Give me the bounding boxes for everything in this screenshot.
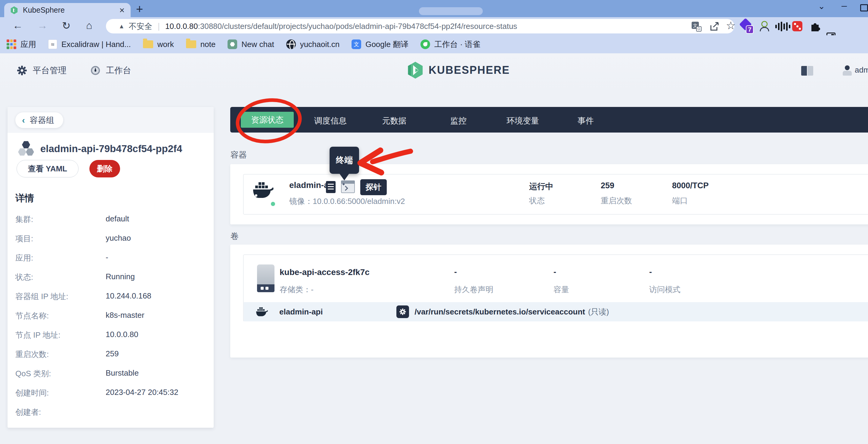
container-logs-icon[interactable] bbox=[326, 181, 336, 193]
delete-button[interactable]: 删除 bbox=[89, 160, 120, 177]
pvc-label: 持久卷声明 bbox=[454, 284, 493, 295]
probe-badge[interactable]: 探针 bbox=[360, 179, 387, 195]
terminal-tooltip: 终端 bbox=[330, 147, 359, 174]
tab-metadata[interactable]: 元数据 bbox=[382, 115, 407, 126]
url-divider: | bbox=[158, 21, 160, 31]
docker-icon bbox=[252, 182, 274, 199]
view-yaml-button[interactable]: 查看 YAML bbox=[17, 160, 79, 177]
bookmark-excalidraw[interactable]: ≋ Excalidraw | Hand... bbox=[48, 39, 131, 49]
translate-icon[interactable]: 文G bbox=[691, 21, 702, 32]
tab-env-variables[interactable]: 环境变量 bbox=[506, 115, 539, 126]
titlebar-pill bbox=[419, 7, 483, 15]
bookmark-google-translate[interactable]: 文 Google 翻译 bbox=[351, 39, 408, 50]
tab-search-chevron-icon[interactable]: ⌄ bbox=[818, 1, 825, 11]
terminal-icon[interactable] bbox=[341, 180, 355, 193]
container-status-value: 运行中 bbox=[529, 181, 554, 192]
detail-row-pod-ip: 容器组 IP 地址:10.244.0.168 bbox=[16, 291, 208, 310]
image-value: 10.0.0.66:5000/eladmin:v2 bbox=[313, 197, 405, 206]
security-label: 不安全 bbox=[129, 21, 152, 32]
image-label: 镜像： bbox=[289, 197, 313, 206]
username[interactable]: admin bbox=[855, 65, 868, 75]
detail-row-node-ip: 节点 IP 地址:10.0.0.80 bbox=[16, 330, 208, 349]
detail-row-created: 创建时间:2023-04-27 20:45:32 bbox=[16, 388, 208, 407]
svg-text:G: G bbox=[698, 27, 700, 31]
container-status-label: 状态 bbox=[529, 196, 545, 206]
bookmark-star-icon[interactable]: ☆ bbox=[726, 19, 736, 32]
detail-row-qos: QoS 类别:Burstable bbox=[16, 368, 208, 388]
kubesphere-favicon bbox=[10, 6, 18, 14]
container-restarts-value: 259 bbox=[601, 181, 614, 190]
kubesphere-logo[interactable]: KUBESPHERE bbox=[407, 61, 510, 79]
logo-text: KUBESPHERE bbox=[429, 64, 510, 77]
bookmarks-bar: 应用 ≋ Excalidraw | Hand... work note New … bbox=[0, 35, 868, 53]
container-row[interactable]: eladmin-api 探针 镜像：10.0.0.66:5000/eladmin… bbox=[243, 174, 868, 214]
volumes-section-label: 卷 bbox=[230, 231, 239, 242]
reload-icon[interactable]: ↻ bbox=[62, 20, 71, 32]
details-section-title: 详情 bbox=[16, 192, 34, 205]
yuque-icon bbox=[421, 39, 430, 49]
forward-icon[interactable]: → bbox=[37, 20, 48, 31]
kubesphere-logo-icon bbox=[407, 61, 424, 79]
bookmark-note[interactable]: note bbox=[186, 40, 216, 49]
extension-dice-icon[interactable] bbox=[792, 21, 802, 31]
bookmark-new-chat[interactable]: New chat bbox=[227, 39, 274, 49]
container-port-label: 端口 bbox=[672, 196, 688, 206]
volume-row[interactable]: kube-api-access-2fk7c 存储类：- - 持久卷声明 - 容量… bbox=[243, 255, 868, 321]
bookmark-yuque[interactable]: 工作台 · 语雀 bbox=[421, 39, 480, 50]
back-icon[interactable]: ← bbox=[13, 20, 23, 31]
detail-row-status: 状态:Running bbox=[16, 272, 208, 291]
detail-row-node-name: 节点名称:k8s-master bbox=[16, 310, 208, 330]
docker-icon-small bbox=[256, 307, 268, 317]
bookmark-yuchaoit[interactable]: yuchaoit.cn bbox=[286, 39, 340, 49]
security-warning-icon[interactable]: ▲ bbox=[119, 23, 125, 30]
detail-row-creator: 创建者: bbox=[16, 407, 208, 426]
capacity-value: - bbox=[554, 267, 556, 277]
address-bar[interactable]: ▲ 不安全 | 10.0.0.80 :30880/clusters/defaul… bbox=[106, 19, 734, 33]
tab-monitoring[interactable]: 监控 bbox=[450, 115, 466, 126]
volumes-card: kube-api-access-2fk7c 存储类：- - 持久卷声明 - 容量… bbox=[230, 245, 868, 358]
volume-disk-icon bbox=[257, 264, 275, 292]
tab-scheduling-info[interactable]: 调度信息 bbox=[314, 115, 347, 126]
detail-row-app: 应用:- bbox=[16, 253, 208, 272]
extensions-puzzle-icon[interactable] bbox=[809, 21, 820, 32]
container-restarts-label: 重启次数 bbox=[601, 196, 632, 206]
platform-management-menu[interactable]: 平台管理 bbox=[17, 65, 66, 76]
container-running-dot bbox=[270, 201, 276, 207]
globe-icon bbox=[286, 39, 296, 49]
url-path: :30880/clusters/default/projects/yuchao/… bbox=[198, 22, 517, 31]
excalidraw-icon: ≋ bbox=[48, 39, 57, 49]
mount-mode: (只读) bbox=[588, 307, 609, 317]
bookmark-work[interactable]: work bbox=[143, 40, 174, 49]
pod-detail-panel: ‹ 容器组 eladmin-api-79b478cf54-pp2f4 查看 YA… bbox=[7, 107, 214, 428]
pod-name: eladmin-api-79b478cf54-pp2f4 bbox=[40, 143, 182, 154]
mount-path: /var/run/secrets/kubernetes.io/serviceac… bbox=[414, 307, 585, 317]
volume-name: kube-api-access-2fk7c bbox=[280, 267, 370, 277]
maximize-icon[interactable] bbox=[860, 4, 868, 11]
user-avatar-icon[interactable] bbox=[842, 65, 852, 76]
tab-events[interactable]: 事件 bbox=[578, 115, 594, 126]
share-icon[interactable] bbox=[709, 21, 720, 32]
back-to-pods-button[interactable]: ‹ 容器组 bbox=[16, 112, 63, 128]
apps-grid-icon bbox=[7, 39, 16, 49]
home-icon[interactable]: ⌂ bbox=[86, 20, 92, 31]
extension-waveform-icon[interactable] bbox=[775, 22, 792, 31]
folder-icon bbox=[143, 40, 153, 48]
minimize-icon[interactable]: – bbox=[841, 0, 847, 11]
bookmark-apps[interactable]: 应用 bbox=[7, 39, 36, 50]
capacity-label: 容量 bbox=[554, 284, 569, 295]
detail-tabbar: 资源状态 调度信息 元数据 监控 环境变量 事件 bbox=[230, 107, 868, 132]
volume-mount-row[interactable]: eladmin-api /var/run/secrets/kubernetes.… bbox=[244, 302, 868, 321]
detail-row-cluster: 集群:default bbox=[16, 214, 208, 233]
extension-diamond-icon[interactable]: 7 bbox=[741, 20, 750, 29]
close-tab-icon[interactable]: × bbox=[119, 6, 125, 15]
tab-title: KubeSphere bbox=[23, 6, 119, 14]
docs-icon[interactable] bbox=[801, 66, 813, 76]
container-port-value: 8000/TCP bbox=[672, 181, 709, 190]
extension-person-icon[interactable] bbox=[758, 21, 769, 32]
pod-icon bbox=[18, 141, 34, 157]
tab-resource-status[interactable]: 资源状态 bbox=[241, 112, 294, 128]
new-tab-icon[interactable]: + bbox=[136, 2, 143, 16]
browser-tab[interactable]: KubeSphere × bbox=[4, 3, 131, 17]
workbench-menu[interactable]: 工作台 bbox=[90, 65, 131, 76]
url-host: 10.0.0.80 bbox=[165, 22, 198, 31]
